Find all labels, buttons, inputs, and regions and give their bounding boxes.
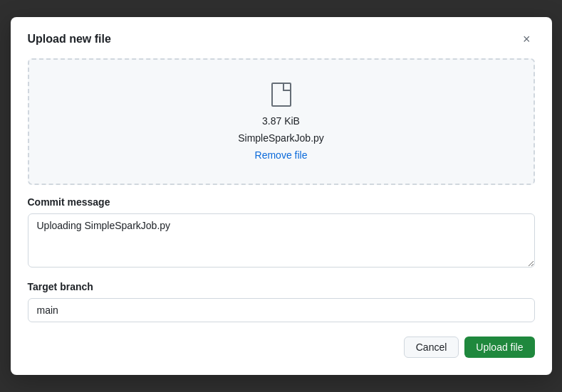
commit-message-input[interactable] — [28, 213, 535, 267]
modal-title: Upload new file — [28, 33, 111, 46]
target-branch-label: Target branch — [28, 281, 535, 292]
target-branch-input[interactable] — [28, 298, 535, 322]
drop-zone[interactable]: 3.87 KiB SimpleSparkJob.py Remove file — [28, 58, 535, 185]
file-icon — [271, 83, 291, 107]
file-name: SimpleSparkJob.py — [238, 132, 324, 144]
modal-header: Upload new file × — [28, 31, 535, 47]
file-size: 3.87 KiB — [262, 115, 300, 127]
close-button[interactable]: × — [519, 31, 535, 47]
upload-modal: Upload new file × 3.87 KiB SimpleSparkJo… — [11, 17, 552, 375]
cancel-button[interactable]: Cancel — [404, 337, 459, 358]
modal-footer: Cancel Upload file — [28, 337, 535, 358]
upload-file-button[interactable]: Upload file — [464, 337, 534, 358]
target-branch-group: Target branch — [28, 281, 535, 322]
commit-message-label: Commit message — [28, 196, 535, 208]
commit-message-group: Commit message — [28, 196, 535, 270]
remove-file-button[interactable]: Remove file — [255, 149, 308, 161]
